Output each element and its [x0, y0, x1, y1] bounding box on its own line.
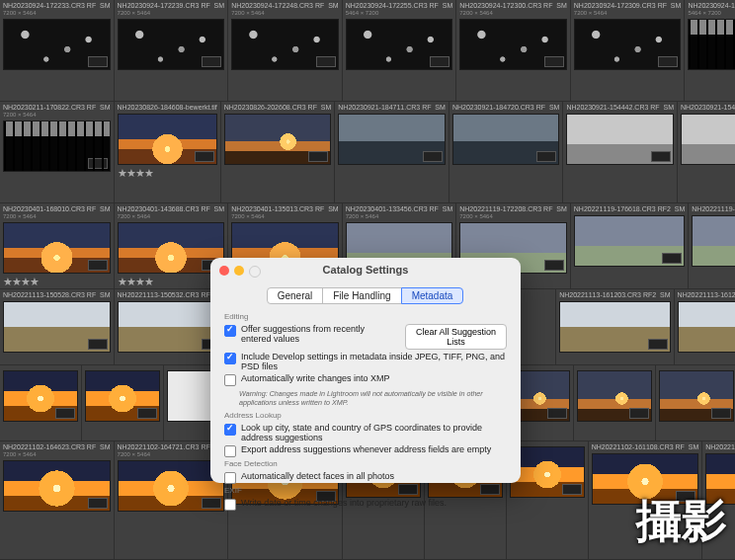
- thumbnail-cell[interactable]: NH20230401-168010.CR3 RF_SM7200 × 5464★★…: [0, 203, 115, 289]
- thumbnail-cell[interactable]: [656, 365, 735, 441]
- checkbox-offer-suggestions[interactable]: [224, 325, 236, 337]
- thumbnail-image[interactable]: [346, 19, 453, 70]
- thumbnail-cell[interactable]: NH20230921-184711.CR3 RF_SM: [335, 102, 449, 203]
- thumbnail-image[interactable]: [224, 114, 332, 165]
- thumbnail-filename: NH20230921-154607.CR3 RF_SM: [681, 104, 735, 111]
- thumbnail-image[interactable]: [577, 370, 652, 422]
- label-export-address: Export address suggestions whenever addr…: [241, 444, 491, 454]
- thumbnail-cell[interactable]: NH20230924-172239.CR3 RF_SM7200 × 5464: [115, 0, 229, 102]
- checkbox-gps-lookup[interactable]: [224, 424, 236, 436]
- thumbnail-filename: NH20230924-172239.CR3 RF_SM: [118, 2, 225, 9]
- thumbnail-image[interactable]: [85, 370, 160, 422]
- thumbnail-image[interactable]: [3, 301, 111, 353]
- thumbnail-cell[interactable]: NH20221102-164623.CR3 RF_SM7200 × 5464: [0, 441, 115, 560]
- thumbnail-rating[interactable]: ★★★★: [118, 276, 225, 287]
- thumbnail-image[interactable]: [118, 222, 225, 274]
- thumbnail-badge-icon: [536, 151, 556, 162]
- thumbnail-filename: NH20221113-150528.CR3 RF_SM: [3, 291, 111, 298]
- checkbox-auto-xmp[interactable]: [224, 374, 236, 386]
- thumbnail-cell[interactable]: NH20230921-184720.CR3 RF_SM: [449, 102, 564, 203]
- dialog-tabs: General File Handling Metadata: [210, 287, 521, 310]
- label-auto-xmp: Automatically write changes into XMP: [241, 373, 390, 383]
- checkbox-auto-faces[interactable]: [224, 472, 236, 484]
- thumbnail-badge-icon: [430, 56, 449, 67]
- thumbnail-cell[interactable]: NH20221113-150528.CR3 RF_SM: [0, 289, 115, 365]
- thumbnail-image[interactable]: [118, 301, 225, 353]
- thumbnail-image[interactable]: [452, 114, 560, 165]
- label-gps-lookup: Look up city, state and country of GPS c…: [241, 423, 507, 442]
- thumbnail-filename: NH20221119-172208.CR3 RF_SM: [459, 205, 567, 212]
- thumbnail-filename: NH20221102-161108.CR3 RF_SM: [592, 443, 699, 450]
- thumbnail-image[interactable]: [688, 19, 735, 70]
- thumbnail-cell[interactable]: NH20230921-154607.CR3 RF_SM: [678, 102, 735, 203]
- checkbox-include-develop[interactable]: [224, 353, 236, 364]
- thumbnail-image[interactable]: [3, 120, 111, 172]
- thumbnail-image[interactable]: [574, 215, 685, 267]
- dialog-titlebar: Catalog Settings: [210, 258, 521, 287]
- thumbnail-image[interactable]: [3, 19, 111, 70]
- window-minimize-icon[interactable]: [234, 266, 244, 276]
- thumbnail-image[interactable]: [3, 460, 111, 512]
- thumbnail-badge-icon: [195, 151, 214, 162]
- thumbnail-cell[interactable]: NH20221102-161108.CR3 RF_SM: [589, 441, 703, 560]
- thumbnail-image[interactable]: [566, 114, 674, 165]
- thumbnail-cell[interactable]: [0, 365, 82, 441]
- thumbnail-image[interactable]: [681, 114, 735, 165]
- checkbox-export-address[interactable]: [224, 445, 236, 457]
- thumbnail-image[interactable]: [118, 19, 225, 70]
- thumbnail-image[interactable]: [231, 19, 339, 70]
- tab-file-handling[interactable]: File Handling: [322, 287, 401, 304]
- thumbnail-rating[interactable]: ★★★★: [118, 167, 217, 179]
- thumbnail-image[interactable]: [118, 460, 225, 512]
- thumbnail-image[interactable]: [659, 370, 734, 422]
- thumbnail-image[interactable]: [592, 453, 699, 505]
- thumbnail-image[interactable]: [705, 453, 735, 505]
- thumbnail-image[interactable]: [692, 215, 735, 267]
- thumbnail-cell[interactable]: NH20221113-161203.CR3 RF2_SM: [556, 289, 674, 365]
- thumbnail-rating[interactable]: ★★★★: [3, 276, 111, 287]
- thumbnail-badge-icon: [55, 408, 75, 419]
- clear-suggestions-button[interactable]: Clear All Suggestion Lists: [405, 324, 507, 350]
- thumbnail-image[interactable]: [559, 301, 670, 353]
- thumbnail-badge-icon: [629, 408, 649, 419]
- window-zoom-icon[interactable]: [249, 266, 261, 278]
- thumbnail-cell[interactable]: NH20230826-184608-bewerkt.tif★★★★: [115, 102, 221, 203]
- thumbnail-image[interactable]: [678, 301, 735, 353]
- thumbnail-cell[interactable]: NH20230924-172300.CR3 RF_SM7200 × 5464: [456, 0, 571, 102]
- thumbnail-cell[interactable]: NH20230924-172248.CR3 RF_SM7200 × 5464: [228, 0, 343, 102]
- thumbnail-cell[interactable]: NH20230924-172255.CR3 RF_SM5464 × 7200: [343, 0, 457, 102]
- thumbnail-image[interactable]: [459, 19, 567, 70]
- thumbnail-cell[interactable]: NH20221102-161203.CR3 RF_SM: [702, 441, 735, 560]
- thumbnail-image[interactable]: [3, 370, 78, 422]
- thumbnail-image[interactable]: [3, 222, 111, 274]
- thumbnail-cell[interactable]: [574, 365, 656, 441]
- thumbnail-badge-icon: [423, 151, 443, 162]
- thumbnail-filename: NH20221113-150532.CR3 RF_SM: [118, 291, 225, 298]
- thumbnail-cell[interactable]: NH20230924-170911.CR3 RF_SM5464 × 7200: [685, 0, 735, 102]
- thumbnail-image[interactable]: [510, 446, 585, 498]
- thumbnail-cell[interactable]: NH20230924-172233.CR3 RF_SM7200 × 5464: [0, 0, 115, 102]
- thumbnail-cell[interactable]: [82, 365, 164, 441]
- thumbnail-cell[interactable]: NH20230826-202608.CR3 RF_SM: [221, 102, 336, 203]
- thumbnail-cell[interactable]: NH20221119-176618.CR3 RF2_SM: [571, 203, 689, 289]
- thumbnail-cell[interactable]: NH20230924-172309.CR3 RF_SM7200 × 5464: [571, 0, 686, 102]
- thumbnail-image[interactable]: [338, 114, 446, 165]
- thumbnail-image[interactable]: [574, 19, 682, 70]
- tab-metadata[interactable]: Metadata: [401, 287, 464, 304]
- thumbnail-cell[interactable]: NH20221119-172008.CR3 RF2_SM: [689, 203, 735, 289]
- thumbnail-badge-icon: [651, 151, 671, 162]
- thumbnail-badge-icon: [711, 408, 731, 419]
- tab-general[interactable]: General: [267, 287, 324, 304]
- thumbnail-image[interactable]: [118, 114, 217, 165]
- thumbnail-cell[interactable]: NH20230211-170822.CR3 RF_SM7200 × 5464: [0, 102, 115, 203]
- checkbox-write-raw[interactable]: [224, 499, 236, 511]
- window-close-icon[interactable]: [219, 266, 229, 276]
- thumbnail-badge-icon: [88, 56, 108, 67]
- thumbnail-cell[interactable]: NH20230921-154442.CR3 RF_SM: [563, 102, 678, 203]
- thumbnail-badge-icon: [547, 408, 567, 419]
- thumbnail-badge-icon: [137, 408, 157, 419]
- thumbnail-filename: NH20230401-135013.CR3 RF_SM: [231, 205, 339, 212]
- thumbnail-cell[interactable]: NH20221113-161213.CR3 RF_SM: [675, 289, 735, 365]
- thumbnail-dimensions: 7200 × 5464: [3, 10, 111, 16]
- thumbnail-filename: NH20230826-184608-bewerkt.tif: [118, 104, 217, 111]
